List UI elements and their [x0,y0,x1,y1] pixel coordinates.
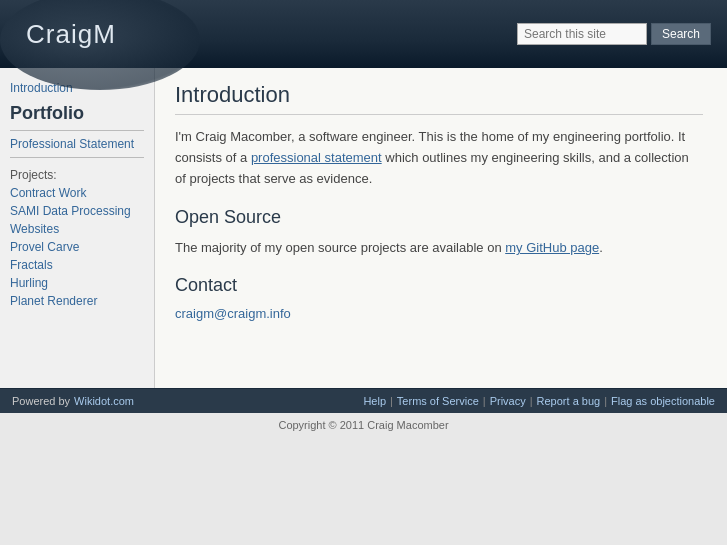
search-area: Search [517,23,711,45]
search-button[interactable]: Search [651,23,711,45]
open-source-text-after-link: . [599,240,603,255]
contact-email-link[interactable]: craigm@craigm.info [175,306,291,321]
intro-heading: Introduction [175,82,703,115]
sidebar-divider [10,130,144,131]
tos-link[interactable]: Terms of Service [397,395,479,407]
intro-paragraph: I'm Craig Macomber, a software engineer.… [175,127,703,189]
github-link[interactable]: my GitHub page [505,240,599,255]
footer-sep-1: | [390,395,393,407]
contact-heading: Contact [175,275,703,296]
open-source-heading: Open Source [175,207,703,228]
open-source-paragraph: The majority of my open source projects … [175,238,703,259]
footer: Powered by Wikidot.com Help | Terms of S… [0,388,727,413]
sidebar: Introduction Portfolio Professional Stat… [0,68,155,388]
search-input[interactable] [517,23,647,45]
sidebar-item-fractals[interactable]: Fractals [10,258,144,272]
sidebar-projects-title: Projects: [10,168,144,182]
sidebar-item-sami-data-processing[interactable]: SAMI Data Processing [10,204,144,218]
sidebar-item-websites[interactable]: Websites [10,222,144,236]
footer-sep-3: | [530,395,533,407]
professional-statement-link[interactable]: professional statement [251,150,382,165]
page-layout: Introduction Portfolio Professional Stat… [0,68,727,388]
sidebar-item-provel-carve[interactable]: Provel Carve [10,240,144,254]
report-bug-link[interactable]: Report a bug [537,395,601,407]
help-link[interactable]: Help [363,395,386,407]
sidebar-divider-2 [10,157,144,158]
open-source-text-before-link: The majority of my open source projects … [175,240,505,255]
footer-sep-4: | [604,395,607,407]
wikidot-link[interactable]: Wikidot.com [74,395,134,407]
sidebar-portfolio-title: Portfolio [10,103,144,124]
footer-right: Help | Terms of Service | Privacy | Repo… [363,395,715,407]
sidebar-item-planet-renderer[interactable]: Planet Renderer [10,294,144,308]
sidebar-item-contract-work[interactable]: Contract Work [10,186,144,200]
sidebar-item-professional-statement[interactable]: Professional Statement [10,137,144,151]
main-content: Introduction I'm Craig Macomber, a softw… [155,68,727,388]
sidebar-item-hurling[interactable]: Hurling [10,276,144,290]
flag-link[interactable]: Flag as objectionable [611,395,715,407]
footer-left: Powered by Wikidot.com [12,395,134,407]
privacy-link[interactable]: Privacy [490,395,526,407]
copyright-text: Copyright © 2011 Craig Macomber [0,413,727,437]
footer-sep-2: | [483,395,486,407]
site-logo: CraigM [16,19,116,50]
header: CraigM Search [0,0,727,68]
powered-by-label: Powered by [12,395,70,407]
